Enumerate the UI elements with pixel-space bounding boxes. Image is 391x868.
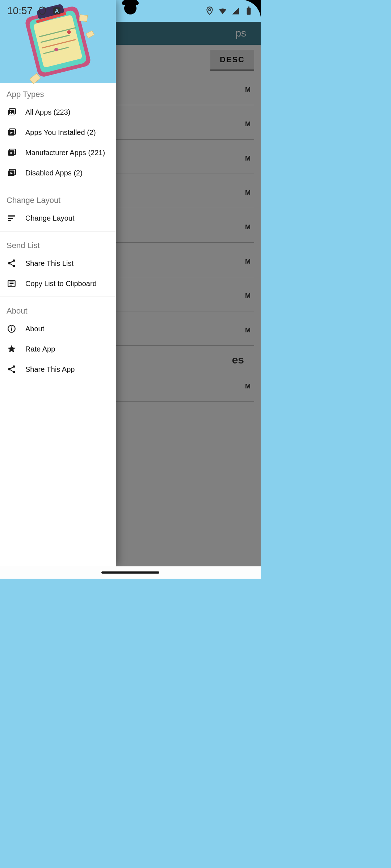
- nav-item-rate-app[interactable]: Rate App: [0, 339, 116, 359]
- divider: [0, 297, 116, 297]
- signal-icon: [231, 6, 240, 16]
- newspaper-icon: [7, 278, 17, 289]
- camera-cutout: [124, 2, 136, 14]
- svg-rect-9: [8, 215, 15, 216]
- nav-item-share-this-app[interactable]: Share This App: [0, 359, 116, 379]
- info-icon: [7, 324, 17, 334]
- navigation-drawer: App TypesAll Apps (223)Apps You Installe…: [0, 0, 116, 566]
- svg-rect-29: [248, 7, 249, 8]
- drawer-section-title: Send List: [0, 234, 116, 253]
- drawer-section-title: App Types: [0, 83, 116, 102]
- nav-item-disabled-apps[interactable]: Disabled Apps (2): [0, 163, 116, 183]
- status-time: 10:57: [7, 5, 33, 17]
- nav-item-label: Copy List to Clipboard: [25, 280, 97, 288]
- svg-text:A: A: [55, 8, 59, 14]
- drawer-section-title: Change Layout: [0, 189, 116, 208]
- svg-point-27: [209, 9, 210, 10]
- sort-icon: [7, 213, 17, 223]
- nav-item-apps-you-installed[interactable]: Apps You Installed (2): [0, 122, 116, 142]
- nav-item-share-this-list[interactable]: Share This List: [0, 253, 116, 273]
- nav-item-change-layout[interactable]: Change Layout: [0, 208, 116, 228]
- video-collection-icon: [7, 168, 17, 178]
- nav-item-label: Rate App: [25, 345, 55, 353]
- nav-item-label: Apps You Installed (2): [25, 128, 96, 137]
- svg-point-14: [13, 265, 15, 267]
- nav-pill[interactable]: [101, 571, 159, 574]
- svg-point-13: [8, 262, 10, 265]
- divider: [0, 186, 116, 186]
- nav-item-label: All Apps (223): [25, 108, 71, 116]
- svg-point-12: [13, 259, 15, 262]
- battery-icon: [244, 6, 253, 16]
- nav-item-all-apps[interactable]: All Apps (223): [0, 102, 116, 122]
- divider: [0, 231, 116, 231]
- svg-point-22: [13, 365, 15, 368]
- nav-item-label: Share This List: [25, 259, 73, 268]
- video-collection-icon: [7, 127, 17, 137]
- badge-a-icon: A: [52, 6, 62, 16]
- nav-item-label: Disabled Apps (2): [25, 169, 83, 177]
- location-icon: [205, 6, 214, 16]
- gesture-nav-bar: [0, 566, 261, 579]
- nav-item-about[interactable]: About: [0, 319, 116, 339]
- svg-point-24: [13, 371, 15, 373]
- svg-rect-28: [247, 8, 251, 15]
- nav-item-copy-list-to-clipboard[interactable]: Copy List to Clipboard: [0, 273, 116, 294]
- drawer-section-title: About: [0, 300, 116, 319]
- nav-item-manufacturer-apps[interactable]: Manufacturer Apps (221): [0, 142, 116, 163]
- shield-icon: [38, 6, 47, 16]
- svg-point-21: [11, 327, 12, 328]
- svg-point-23: [8, 368, 10, 371]
- share-icon: [7, 258, 17, 268]
- nav-item-label: Share This App: [25, 365, 75, 374]
- svg-point-2: [10, 111, 11, 112]
- star-icon: [7, 344, 17, 354]
- share-icon: [7, 364, 17, 374]
- nav-item-label: About: [25, 325, 44, 333]
- video-collection-icon: [7, 148, 17, 158]
- image-collection-icon: [7, 107, 17, 117]
- svg-rect-11: [8, 220, 11, 221]
- nav-item-label: Change Layout: [25, 214, 75, 222]
- nav-item-label: Manufacturer Apps (221): [25, 149, 105, 157]
- wifi-icon: [218, 6, 227, 16]
- svg-rect-10: [8, 218, 13, 219]
